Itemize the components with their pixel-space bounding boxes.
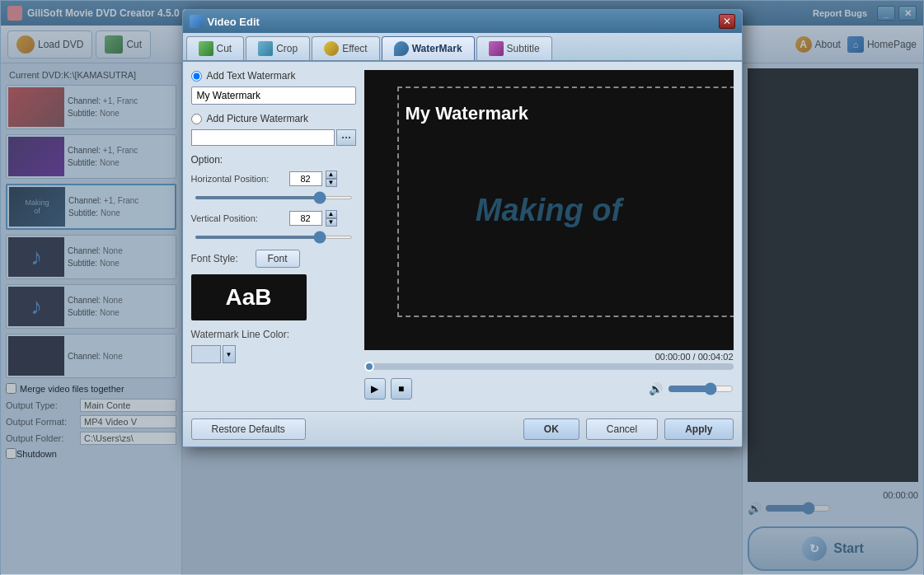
video-edit-dialog: Video Edit ✕ Cut Crop Effect bbox=[182, 9, 743, 447]
font-button[interactable]: Font bbox=[256, 250, 300, 268]
play-button[interactable]: ▶ bbox=[364, 378, 386, 400]
horizontal-label: Horizontal Position: bbox=[191, 174, 286, 184]
time-display: 00:00:00 / 00:04:02 bbox=[364, 352, 734, 362]
picture-file-input[interactable] bbox=[191, 129, 335, 146]
font-style-label: Font Style: bbox=[191, 253, 249, 264]
dialog-title: Video Edit bbox=[208, 16, 719, 28]
dialog-footer: Restore Defaults OK Cancel Apply bbox=[183, 411, 742, 446]
crop-tab-icon bbox=[258, 41, 273, 56]
video-preview: My Watermark Making of bbox=[364, 70, 734, 350]
watermark-text-input[interactable] bbox=[191, 86, 356, 105]
add-text-radio-row: Add Text Watermark bbox=[191, 70, 356, 82]
subtitle-tab-label: Subtitle bbox=[507, 43, 540, 54]
playback-volume-slider[interactable] bbox=[668, 382, 734, 395]
apply-button[interactable]: Apply bbox=[664, 418, 733, 440]
add-picture-radio[interactable] bbox=[191, 114, 202, 124]
volume-icon: 🔊 bbox=[649, 382, 663, 395]
vertical-up[interactable]: ▲ bbox=[326, 210, 337, 218]
subtitle-tab-icon bbox=[489, 41, 504, 56]
watermark-preview-text: My Watermark bbox=[406, 103, 529, 124]
watermark-controls: Add Text Watermark Add Picture Watermark… bbox=[191, 70, 356, 403]
add-picture-radio-row: Add Picture Watermark bbox=[191, 113, 356, 124]
app-window: GiliSoft Movie DVD Creator 4.5.0 (Unlimi… bbox=[0, 0, 924, 575]
color-swatch[interactable] bbox=[191, 345, 221, 363]
video-bg-text: Making of bbox=[476, 193, 621, 228]
add-text-radio-label: Add Text Watermark bbox=[207, 70, 296, 82]
font-preview: AaB bbox=[191, 274, 307, 320]
watermark-tab-icon bbox=[394, 41, 409, 56]
playback-controls: ▶ ■ 🔊 bbox=[364, 375, 734, 403]
horizontal-slider-row bbox=[191, 190, 356, 202]
font-btn-label: Font bbox=[268, 253, 288, 264]
apply-label: Apply bbox=[685, 423, 712, 435]
dialog-body: Add Text Watermark Add Picture Watermark… bbox=[183, 62, 742, 411]
tab-cut[interactable]: Cut bbox=[186, 36, 245, 60]
add-picture-radio-label: Add Picture Watermark bbox=[207, 113, 309, 124]
color-label: Watermark Line Color: bbox=[191, 329, 290, 340]
tab-bar: Cut Crop Effect WaterMark Subtitle bbox=[183, 33, 742, 62]
cancel-button[interactable]: Cancel bbox=[586, 418, 658, 440]
tab-watermark[interactable]: WaterMark bbox=[382, 36, 475, 60]
horizontal-input[interactable] bbox=[289, 171, 322, 186]
cancel-label: Cancel bbox=[607, 423, 637, 435]
browse-button[interactable]: ⋯ bbox=[336, 129, 356, 146]
tab-crop[interactable]: Crop bbox=[246, 36, 310, 60]
video-preview-panel: My Watermark Making of 00:00:00 / 00:04:… bbox=[364, 70, 734, 403]
vertical-spinner: ▲ ▼ bbox=[326, 210, 337, 227]
cut-tab-label: Cut bbox=[217, 43, 232, 54]
horizontal-down[interactable]: ▼ bbox=[326, 179, 337, 187]
modal-overlay: Video Edit ✕ Cut Crop Effect bbox=[1, 1, 923, 574]
dialog-close-button[interactable]: ✕ bbox=[719, 14, 735, 29]
effect-tab-icon bbox=[324, 41, 339, 56]
dialog-titlebar: Video Edit ✕ bbox=[183, 10, 742, 33]
vertical-slider[interactable] bbox=[195, 236, 353, 239]
stop-button[interactable]: ■ bbox=[391, 378, 412, 400]
cut-tab-icon bbox=[199, 41, 213, 56]
tab-effect[interactable]: Effect bbox=[312, 36, 379, 60]
color-picker: ▼ bbox=[191, 345, 356, 363]
horizontal-slider[interactable] bbox=[195, 196, 353, 199]
dialog-icon bbox=[190, 15, 203, 28]
vertical-position-row: Vertical Position: ▲ ▼ bbox=[191, 210, 356, 227]
horizontal-position-row: Horizontal Position: ▲ ▼ bbox=[191, 171, 356, 187]
vertical-slider-row bbox=[191, 230, 356, 241]
crop-tab-label: Crop bbox=[276, 43, 298, 54]
ok-button[interactable]: OK bbox=[523, 418, 579, 440]
ok-label: OK bbox=[544, 423, 559, 435]
effect-tab-label: Effect bbox=[342, 43, 367, 54]
progress-bar[interactable] bbox=[364, 363, 734, 370]
add-text-radio[interactable] bbox=[191, 71, 202, 82]
progress-handle[interactable] bbox=[364, 362, 374, 372]
font-style-row: Font Style: Font bbox=[191, 250, 356, 268]
vertical-down[interactable]: ▼ bbox=[326, 218, 337, 227]
color-row: Watermark Line Color: bbox=[191, 329, 356, 340]
tab-subtitle[interactable]: Subtitle bbox=[476, 36, 552, 60]
file-input-row: ⋯ bbox=[191, 129, 356, 146]
vertical-label: Vertical Position: bbox=[191, 213, 286, 223]
font-preview-text: AaB bbox=[225, 284, 271, 311]
color-dropdown-button[interactable]: ▼ bbox=[223, 345, 236, 363]
watermark-tab-label: WaterMark bbox=[412, 43, 462, 54]
restore-defaults-label: Restore Defaults bbox=[212, 423, 285, 435]
option-label: Option: bbox=[191, 154, 356, 166]
vertical-input[interactable] bbox=[289, 211, 322, 226]
horizontal-up[interactable]: ▲ bbox=[326, 171, 337, 179]
restore-defaults-button[interactable]: Restore Defaults bbox=[191, 418, 306, 440]
horizontal-spinner: ▲ ▼ bbox=[326, 171, 337, 187]
